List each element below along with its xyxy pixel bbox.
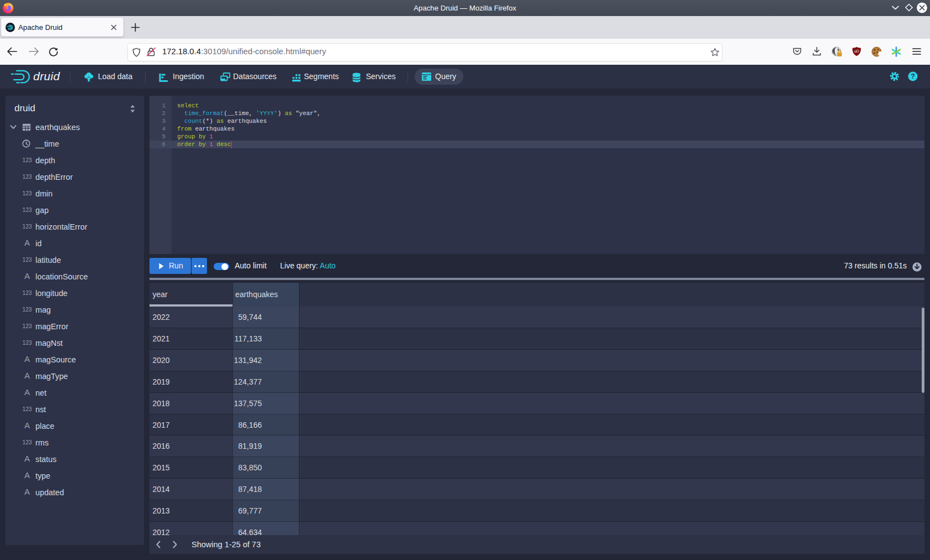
svg-text:uO: uO [854,49,859,53]
svg-text:?: ? [911,72,915,80]
